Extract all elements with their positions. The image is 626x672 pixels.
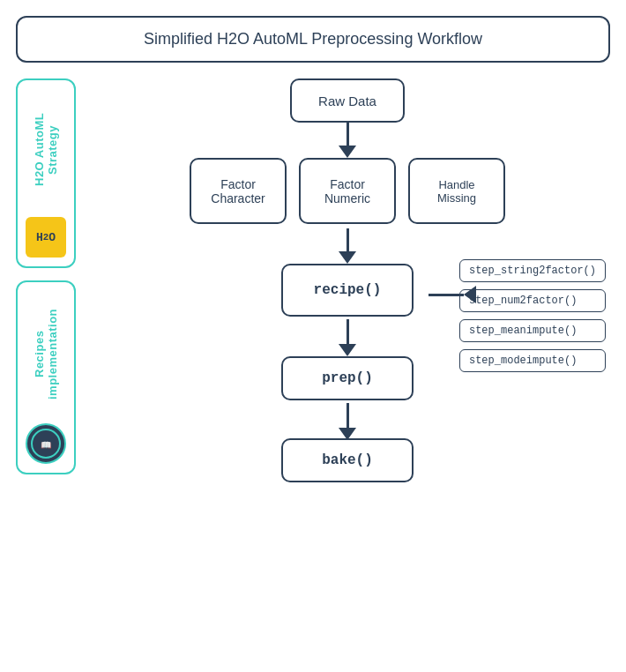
node-handle-missing: HandleMissing	[408, 158, 505, 224]
arrow-1	[339, 123, 356, 158]
three-nodes-row: FactorCharacter FactorNumeric HandleMiss…	[190, 158, 505, 224]
arrow-line-2	[347, 228, 349, 251]
node-factor-character: FactorCharacter	[190, 158, 287, 224]
step-func-modeimpute: step_modeimpute()	[459, 349, 606, 372]
arrow-connector-2	[339, 228, 356, 264]
handle-missing-label: HandleMissing	[437, 178, 476, 205]
step-func-meanimpute: step_meanimpute()	[459, 319, 606, 342]
step-modeimpute-label: step_modeimpute()	[469, 355, 577, 367]
step-func-num2factor: step_num2factor()	[459, 289, 606, 312]
node-recipe: recipe()	[281, 264, 414, 317]
arrow-head-1	[339, 146, 356, 158]
arrow-line-4	[347, 403, 349, 428]
step-num2factor-label: step_num2factor()	[469, 295, 577, 307]
diagram: Raw Data FactorCharacter FactorNumeric	[85, 78, 610, 647]
node-prep: prep()	[281, 356, 414, 400]
content-row: H2O AutoML Strategy H2O Recipes implemen…	[16, 78, 610, 647]
recipe-label: recipe()	[314, 282, 382, 298]
raw-data-label: Raw Data	[318, 93, 376, 108]
title-box: Simplified H2O AutoML Preprocessing Work…	[16, 16, 610, 63]
arrow-connector-3	[339, 319, 356, 356]
sidebar-label-recipes: Recipes implementation	[33, 291, 59, 416]
node-bake: bake()	[281, 438, 414, 482]
factor-numeric-label: FactorNumeric	[324, 177, 370, 205]
page-title: Simplified H2O AutoML Preprocessing Work…	[144, 30, 482, 48]
arrow-4	[339, 403, 356, 440]
arrow-head-2	[339, 251, 356, 264]
diagram-inner: Raw Data FactorCharacter FactorNumeric	[85, 78, 610, 647]
arrow-connector-4	[339, 403, 356, 440]
arrow-3	[339, 319, 356, 356]
recipes-logo: 📖	[26, 423, 66, 464]
arrow-line-3	[347, 319, 349, 344]
bake-label: bake()	[322, 452, 373, 468]
h2o-logo: H2O	[26, 217, 66, 258]
arrow-connector-1	[339, 123, 356, 158]
sidebar-card-recipes: Recipes implementation 📖	[16, 280, 76, 474]
sidebar: H2O AutoML Strategy H2O Recipes implemen…	[16, 78, 76, 647]
svg-text:📖: 📖	[41, 439, 52, 451]
arrow-2	[339, 228, 356, 264]
node-factor-numeric: FactorNumeric	[299, 158, 396, 224]
prep-label: prep()	[322, 370, 373, 386]
sidebar-card-h2o: H2O AutoML Strategy H2O	[16, 78, 76, 268]
step-meanimpute-label: step_meanimpute()	[469, 325, 577, 337]
main-container: Simplified H2O AutoML Preprocessing Work…	[0, 0, 626, 672]
factor-character-label: FactorCharacter	[211, 177, 265, 205]
step-string2factor-label: step_string2factor()	[469, 265, 596, 277]
arrow-line-1	[347, 123, 349, 146]
arrow-head-3	[339, 344, 356, 356]
step-func-string2factor: step_string2factor()	[459, 259, 606, 282]
step-functions-container: step_string2factor() step_num2factor() s…	[459, 259, 606, 372]
sidebar-label-h2o: H2O AutoML Strategy	[33, 89, 59, 210]
node-raw-data: Raw Data	[290, 78, 405, 123]
